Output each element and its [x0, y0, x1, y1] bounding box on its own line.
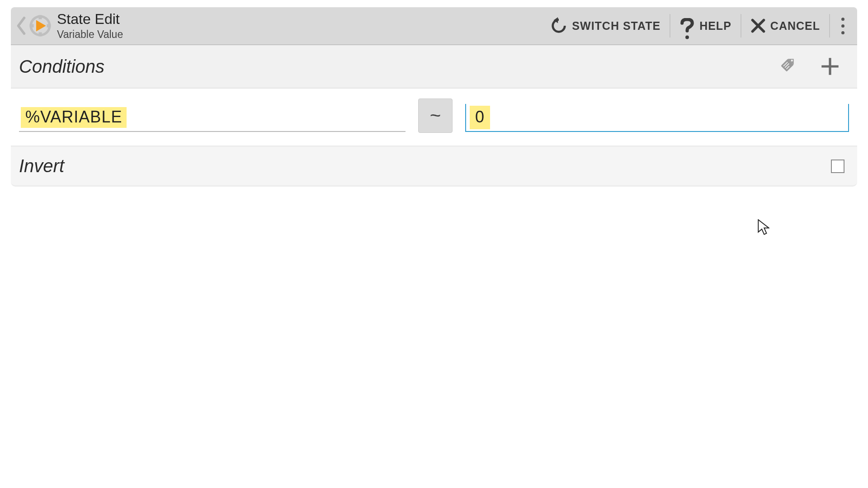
- svg-rect-4: [30, 24, 34, 27]
- toolbar: State Edit Variable Value SWITCH STATE H…: [11, 7, 857, 45]
- header-titles: State Edit Variable Value: [57, 12, 123, 40]
- conditions-actions: [772, 50, 846, 83]
- variable-tag-button[interactable]: [772, 50, 805, 83]
- switch-state-button[interactable]: SWITCH STATE: [541, 7, 670, 45]
- variable-chip: %VARIABLE: [21, 107, 127, 128]
- svg-rect-5: [47, 24, 51, 27]
- svg-rect-2: [38, 15, 42, 19]
- value-chip: 0: [470, 106, 490, 129]
- operator-button[interactable]: ~: [418, 99, 453, 133]
- app-root: State Edit Variable Value SWITCH STATE H…: [0, 0, 868, 488]
- page-subtitle: Variable Value: [57, 29, 123, 40]
- switch-state-label: SWITCH STATE: [572, 19, 660, 33]
- svg-rect-3: [38, 32, 42, 36]
- overflow-menu-button[interactable]: [833, 12, 853, 39]
- cancel-label: CANCEL: [770, 19, 820, 33]
- variable-value-input[interactable]: 0: [465, 104, 849, 132]
- help-label: HELP: [699, 19, 731, 33]
- refresh-icon: [550, 17, 567, 34]
- svg-point-7: [685, 36, 689, 39]
- conditions-title: Conditions: [19, 56, 104, 77]
- question-icon: [679, 18, 695, 33]
- add-condition-button[interactable]: [814, 50, 846, 83]
- cancel-button[interactable]: CANCEL: [741, 7, 829, 45]
- separator: [829, 14, 830, 38]
- tasker-gear-icon: [28, 14, 52, 38]
- variable-name-input[interactable]: %VARIABLE: [19, 104, 406, 132]
- back-icon[interactable]: [15, 15, 27, 36]
- invert-row: Invert: [11, 147, 857, 187]
- page-title: State Edit: [57, 12, 123, 27]
- conditions-section-header: Conditions: [11, 45, 857, 89]
- invert-checkbox[interactable]: [831, 160, 844, 173]
- close-icon: [750, 18, 766, 33]
- condition-row: %VARIABLE ~ 0: [11, 89, 857, 147]
- help-button[interactable]: HELP: [670, 7, 741, 45]
- invert-title: Invert: [19, 156, 64, 176]
